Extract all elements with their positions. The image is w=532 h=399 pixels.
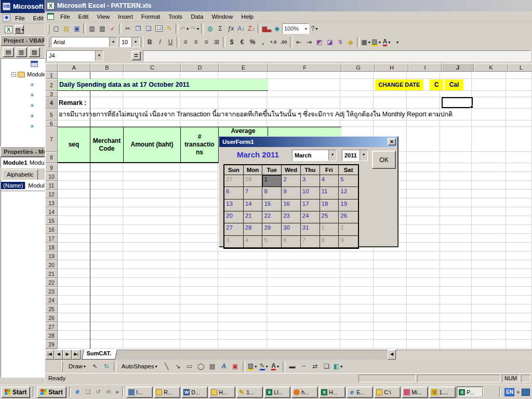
task-button[interactable]: 1... — [236, 387, 263, 398]
collapse-icon[interactable]: − — [11, 72, 16, 77]
toolbar-icon[interactable]: ↷ — [190, 23, 200, 34]
calendar-day[interactable]: 4 — [320, 175, 339, 187]
menu-item[interactable]: View — [92, 12, 114, 21]
tray-network-icon[interactable] — [522, 389, 530, 396]
toolbar-icon[interactable] — [258, 23, 260, 34]
drawing-icon[interactable]: ▨ — [247, 361, 258, 371]
tab-alphabetic[interactable]: Alphabetic — [2, 169, 38, 180]
sheet-tab-sumcat[interactable]: SumCAT. — [82, 350, 118, 360]
row-header[interactable]: 8 — [45, 152, 58, 163]
insert-userform-icon[interactable]: ▤ — [15, 25, 24, 34]
format-icon[interactable]: ↯ — [335, 37, 345, 47]
calendar-day[interactable]: 29 — [262, 223, 282, 235]
column-header[interactable]: I — [408, 63, 442, 72]
c-button[interactable]: C — [430, 79, 443, 90]
task-button[interactable]: Mi... — [402, 387, 428, 398]
format-icon[interactable] — [357, 37, 360, 47]
calendar-day[interactable]: 7 — [301, 236, 320, 248]
calendar-day[interactable]: 16 — [282, 200, 301, 211]
view-code-icon[interactable]: ▥ — [16, 47, 27, 57]
calendar-day[interactable]: 6 — [282, 236, 301, 248]
calendar-day[interactable]: 2 — [282, 175, 301, 187]
menu-item[interactable]: Insert — [114, 12, 137, 21]
calendar-day[interactable]: 1 — [320, 223, 339, 235]
draw-menu-button[interactable]: Draw — [65, 362, 89, 370]
toolbar-icon[interactable]: ❐ — [133, 23, 143, 34]
task-button[interactable]: I... — [126, 387, 153, 398]
view-excel-icon[interactable]: X — [5, 26, 12, 33]
cell-remark[interactable]: Remark : — [59, 97, 87, 109]
row-header[interactable]: 28 — [45, 331, 58, 340]
start-button[interactable]: Start — [1, 387, 30, 398]
toolbar-icon[interactable]: ◆ — [272, 23, 282, 34]
toolbar-icon[interactable]: Σ — [215, 23, 225, 34]
column-header[interactable]: D — [181, 63, 219, 72]
table-header-cell[interactable]: Merchant Code — [90, 127, 124, 162]
calendar-day[interactable]: 3 — [301, 175, 320, 187]
row-header[interactable]: 14 — [45, 207, 58, 216]
calendar-day[interactable]: 8 — [320, 236, 339, 248]
drawing-icon[interactable]: ▣ — [230, 361, 241, 371]
format-icon[interactable] — [392, 37, 402, 47]
sheet-nav-button[interactable]: |◀ — [45, 350, 54, 360]
menu-item[interactable]: Edit — [74, 12, 93, 21]
toolbar-icon[interactable]: ▥ — [87, 23, 97, 34]
task-button[interactable]: H... — [209, 387, 235, 398]
userform-title-bar[interactable]: UserForm1 ✕ — [219, 137, 397, 147]
drawing-icon[interactable]: ✎ — [259, 361, 269, 371]
row-header[interactable]: 2 — [45, 79, 58, 91]
toolbar-icon[interactable]: ▆▃ — [261, 23, 272, 34]
drawing-icon[interactable]: ⇄ — [310, 361, 321, 371]
calendar-day[interactable]: 17 — [301, 200, 320, 211]
column-header[interactable]: J — [442, 63, 474, 72]
format-icon[interactable]: A — [381, 37, 392, 47]
font-size-select[interactable]: 10▾ — [119, 37, 140, 47]
drawing-icon[interactable]: ▬ — [287, 361, 298, 371]
column-header[interactable]: L — [508, 63, 532, 72]
month-select[interactable]: March▾ — [292, 150, 337, 161]
drawing-icon[interactable]: ▤ — [207, 361, 218, 371]
quick-launch-icon[interactable]: ❏ — [84, 388, 92, 396]
toolbar-icon[interactable] — [176, 23, 178, 34]
sheet-nav-button[interactable]: ▶ — [63, 350, 72, 360]
row-header[interactable]: 13 — [45, 198, 58, 207]
row-header[interactable]: 26 — [45, 313, 58, 322]
column-header[interactable]: F — [268, 63, 341, 72]
task-button[interactable]: H... — [319, 387, 345, 398]
calendar-day[interactable]: 7 — [244, 187, 263, 199]
toolbar-icon[interactable]: ✎ — [164, 23, 175, 34]
format-icon[interactable]: ⇥ — [304, 37, 314, 47]
table-header-cell[interactable]: # transactio ns — [181, 127, 219, 162]
format-icon[interactable]: , — [258, 37, 268, 47]
calendar-day[interactable]: 22 — [262, 211, 282, 223]
table-header-cell[interactable]: Amount (baht) — [124, 127, 181, 162]
format-icon[interactable]: ≡ — [180, 37, 191, 47]
toolbar-icon[interactable]: ✓ — [108, 23, 118, 34]
zoom-select[interactable]: 100%▾ — [282, 23, 309, 34]
calendar-day[interactable]: 6 — [224, 187, 244, 199]
toolbar-icon[interactable]: ▤ — [61, 23, 72, 34]
format-icon[interactable] — [290, 37, 292, 47]
toolbar-icon[interactable]: ▢ — [51, 23, 61, 34]
column-header[interactable]: C — [124, 63, 181, 72]
toolbar-icon[interactable]: ◍ — [205, 23, 215, 34]
toolbar-icon[interactable] — [201, 23, 204, 34]
menu-item[interactable]: Format — [137, 12, 164, 21]
toolbar-icon[interactable]: ❏ — [143, 23, 154, 34]
format-icon[interactable]: B — [144, 37, 155, 47]
calendar-day[interactable]: 5 — [339, 175, 358, 187]
toolbar-icon[interactable]: ▧ — [97, 23, 108, 34]
hscroll-track[interactable] — [396, 350, 532, 360]
quick-launch-overflow-chevron[interactable]: » — [115, 389, 120, 395]
toolbar-icon[interactable]: A↓ — [236, 23, 246, 34]
calendar-day[interactable]: 26 — [339, 211, 358, 223]
drawing-icon[interactable]: ╲ — [162, 361, 172, 371]
drawing-icon[interactable]: ↘ — [173, 361, 183, 371]
drawing-icon[interactable]: ╌ — [299, 361, 309, 371]
ok-button[interactable]: OK — [372, 151, 396, 169]
quick-launch-icon[interactable]: ✉ — [104, 388, 113, 396]
row-header[interactable]: 17 — [45, 234, 58, 243]
view-code-icon[interactable]: ▤ — [3, 47, 14, 57]
cell-report-title[interactable]: Daily Spending data as at 17 October 201… — [58, 79, 268, 91]
calendar-day[interactable]: 28 — [244, 223, 263, 235]
